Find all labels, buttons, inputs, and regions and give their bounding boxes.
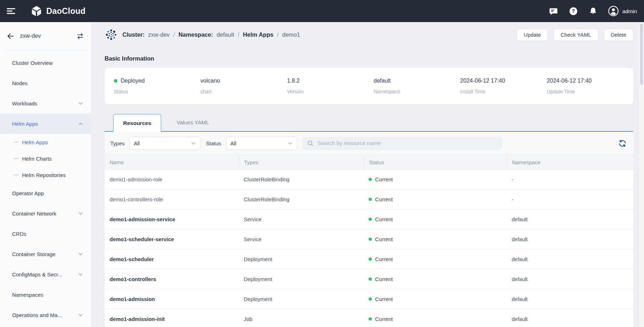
resource-name[interactable]: demo1-controllers xyxy=(105,276,239,282)
sidebar-item-container-network[interactable]: Container Network xyxy=(0,203,91,224)
resource-namespace: - xyxy=(507,176,633,182)
messages-icon[interactable] xyxy=(549,7,558,16)
resource-status-text: Current xyxy=(375,316,393,322)
table-row: demo1-admission-roleClusterRoleBindingCu… xyxy=(105,170,633,190)
resource-name[interactable]: demo1-admission xyxy=(105,296,239,302)
user-menu[interactable]: admin xyxy=(608,6,637,16)
info-field-install-time: 2024-06-12 17:40Install Time xyxy=(460,78,547,94)
sidebar-subitem-helm-repositories[interactable]: Helm Repositories xyxy=(0,167,91,183)
notifications-bell-icon[interactable] xyxy=(589,7,597,15)
info-label: Install Time xyxy=(460,89,547,94)
info-label: Status xyxy=(114,89,200,94)
topbar-right: ? admin xyxy=(538,6,637,16)
status-dot xyxy=(369,317,372,321)
sidebar-item-cluster-overview[interactable]: Cluster Overview xyxy=(0,53,91,73)
table-row: demo1-controllers-roleClusterRoleBinding… xyxy=(105,190,633,209)
resource-namespace: default xyxy=(507,216,633,222)
resource-namespace: default xyxy=(507,256,633,262)
resource-type: ClusterRoleBinding xyxy=(239,176,364,182)
chevron-down-icon xyxy=(78,272,83,277)
check-yaml-button[interactable]: Check YAML xyxy=(553,29,598,41)
sidebar-item-operator-app[interactable]: Operator App xyxy=(0,183,91,203)
info-label: Update Time xyxy=(547,89,633,94)
info-field-chart: volcanochart xyxy=(200,78,287,94)
resource-name[interactable]: demo1-admission-init xyxy=(105,316,239,322)
scrollbar-thumb[interactable] xyxy=(640,24,643,85)
resource-status-text: Current xyxy=(375,196,393,202)
sidebar-item-configmaps-secr[interactable]: ConfigMaps & Secr... xyxy=(0,264,91,285)
status-dot xyxy=(369,297,372,301)
daocloud-cube-icon xyxy=(31,5,42,17)
tab-resources[interactable]: Resources xyxy=(113,114,161,132)
sidebar-item-crds[interactable]: CRDs xyxy=(0,224,91,244)
sidebar-subitem-label: Helm Apps xyxy=(22,139,48,145)
resource-name[interactable]: demo1-scheduler xyxy=(105,256,239,262)
resource-type: Deployment xyxy=(239,256,364,262)
column-header-status: Status xyxy=(364,155,507,169)
breadcrumb-default[interactable]: default xyxy=(217,31,234,38)
topbar: DaoCloud ? admin xyxy=(0,0,644,22)
column-header-types: Types xyxy=(239,155,364,169)
sidebar-item-namespaces[interactable]: Namespaces xyxy=(0,285,91,305)
menu-toggle-icon[interactable] xyxy=(6,6,16,16)
breadcrumb-cluster: Cluster: xyxy=(122,31,144,38)
types-filter-label: Types xyxy=(110,140,125,146)
resource-namespace: default xyxy=(507,316,633,322)
sidebar-item-operations-and-ma[interactable]: Operations and Ma... xyxy=(0,305,91,325)
resource-status-text: Current xyxy=(375,236,393,242)
breadcrumb-demo1: demo1 xyxy=(282,31,300,38)
chevron-down-icon xyxy=(78,251,83,257)
tabs-bar: ResourcesValues YAML xyxy=(105,114,633,132)
sidebar-item-nodes[interactable]: Nodes xyxy=(0,73,91,93)
sidebar-item-label: Namespaces xyxy=(12,292,83,298)
resource-type: Service xyxy=(239,236,364,242)
column-header-name: Name xyxy=(105,155,239,169)
chevron-down-icon xyxy=(287,141,293,146)
status-filter-value: All xyxy=(231,140,287,146)
status-filter-select[interactable]: All xyxy=(226,137,297,150)
resource-status: Current xyxy=(364,236,507,242)
search-input[interactable] xyxy=(317,140,497,147)
breadcrumb-zxw-dev[interactable]: zxw-dev xyxy=(148,31,170,38)
resource-name[interactable]: demo1-admission-service xyxy=(105,216,239,222)
sidebar-item-label: Nodes xyxy=(12,80,83,86)
table-row: demo1-controllersDeploymentCurrentdefaul… xyxy=(105,269,633,289)
resource-status: Current xyxy=(364,276,507,282)
brand-logo[interactable]: DaoCloud xyxy=(31,5,85,17)
help-icon[interactable]: ? xyxy=(569,7,578,16)
resource-status: Current xyxy=(364,196,507,202)
delete-button[interactable]: Delete xyxy=(604,29,633,41)
sidebar-subitem-label: Helm Charts xyxy=(22,156,52,162)
resource-namespace: default xyxy=(507,296,633,302)
sidebar-item-container-storage[interactable]: Container Storage xyxy=(0,244,91,264)
refresh-icon[interactable] xyxy=(618,139,627,148)
breadcrumb-helm-apps[interactable]: Helm Apps xyxy=(243,31,274,38)
sidebar-item-helm-apps[interactable]: Helm Apps xyxy=(0,114,91,134)
table-row: demo1-admission-initJobCurrentdefault xyxy=(105,309,633,327)
resource-status: Current xyxy=(364,176,507,182)
sidebar-item-label: Helm Apps xyxy=(12,121,78,127)
back-arrow-icon[interactable] xyxy=(6,32,15,40)
sidebar-subitem-helm-charts[interactable]: Helm Charts xyxy=(0,150,91,167)
info-field-version: 1.8.2Version xyxy=(287,78,374,94)
info-label: Version xyxy=(287,89,374,94)
resource-name[interactable]: demo1-scheduler-service xyxy=(105,236,239,242)
types-filter-select[interactable]: All xyxy=(129,137,201,150)
resource-namespace: default xyxy=(507,276,633,282)
basic-info-title: Basic Information xyxy=(105,55,644,62)
update-button[interactable]: Update xyxy=(517,29,548,41)
sidebar-subitem-helm-apps[interactable]: Helm Apps xyxy=(0,134,91,150)
cluster-dots-icon xyxy=(105,28,118,41)
breadcrumb-separator: / xyxy=(277,31,279,38)
info-value: default xyxy=(374,78,460,84)
sidebar-item-workloads[interactable]: Workloads xyxy=(0,93,91,114)
resource-status-text: Current xyxy=(375,176,393,182)
switch-cluster-icon[interactable] xyxy=(76,32,84,40)
table-header: Name Types Status Namespace xyxy=(105,155,633,170)
breadcrumb-namespace: Namespace: xyxy=(178,31,213,38)
dash-icon xyxy=(14,142,19,142)
resource-status-text: Current xyxy=(375,296,393,302)
chevron-up-icon xyxy=(78,121,83,126)
tab-values-yaml[interactable]: Values YAML xyxy=(167,114,218,131)
svg-text:?: ? xyxy=(572,8,575,14)
